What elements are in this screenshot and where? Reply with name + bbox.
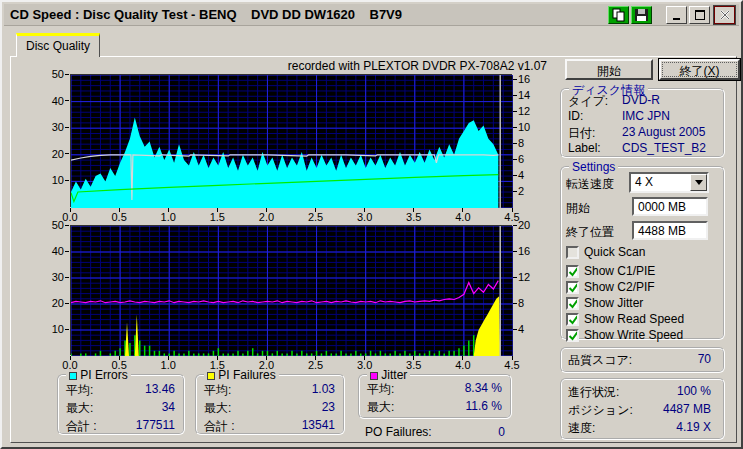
check-icon [568, 266, 577, 277]
po-failures-label: PO Failures: [365, 425, 432, 439]
x-axis-label: 2.0 [252, 211, 280, 223]
speed-dropdown-value: 4 X [635, 175, 653, 189]
x-axis-tick [315, 356, 316, 360]
app-window: CD Speed : Disc Quality Test - BENQ DVD … [0, 0, 743, 449]
scan-start-input[interactable]: 0000 MB [632, 197, 708, 216]
pi-errors-graph [70, 74, 512, 207]
checkbox-label-show-write-speed: Show Write Speed [584, 328, 683, 342]
po-failures-value: 0 [462, 425, 505, 439]
x-axis-label: 2.5 [302, 359, 330, 371]
x-axis-label: 0.5 [105, 359, 133, 371]
x-axis-tick [462, 356, 463, 360]
checkbox-label-quick-scan: Quick Scan [584, 245, 645, 259]
jitter-color-swatch [370, 372, 378, 380]
y-axis-left-tick [65, 153, 69, 154]
y-axis-left-tick [65, 100, 69, 101]
disc-info-group: ディスク情報 タイプ: DVD-R ID: IMC JPN 日付: 23 Aug… [560, 88, 725, 158]
x-axis-label: 1.5 [203, 211, 231, 223]
x-axis-tick [70, 356, 71, 360]
x-axis-tick [413, 208, 414, 212]
pi-errors-max-label: 最大: [66, 400, 93, 417]
checkbox-box-show-c1-pie[interactable] [566, 265, 579, 278]
checkbox-quick-scan[interactable]: Quick Scan [566, 245, 645, 259]
disc-id-label: ID: [568, 109, 583, 123]
jitter-max-value: 11.6 % [466, 399, 502, 413]
y-axis-right-tick [513, 251, 517, 252]
y-axis-right-tick [513, 111, 517, 112]
tab-disc-quality[interactable]: Disc Quality [16, 33, 100, 57]
start-button[interactable]: 開始 [565, 59, 653, 80]
pi-failures-max-value: 23 [322, 400, 335, 414]
checkbox-box-show-write-speed[interactable] [566, 329, 579, 342]
x-axis-label: 3.5 [400, 211, 428, 223]
x-axis-tick [315, 208, 316, 212]
disc-type-value: DVD-R [622, 93, 660, 107]
y-axis-right-label: 16 [518, 245, 544, 257]
checkbox-box-show-jitter[interactable] [566, 297, 579, 310]
x-axis-tick [462, 208, 463, 212]
jitter-max-label: 最大: [367, 399, 394, 416]
y-axis-right-tick [513, 143, 517, 144]
copy-button[interactable] [608, 6, 629, 24]
save-button[interactable] [631, 6, 652, 24]
position-label: ポジション: [568, 402, 633, 419]
y-axis-left-label: 50 [36, 68, 64, 80]
x-axis-tick [413, 356, 414, 360]
y-axis-right-label: 8 [518, 297, 544, 309]
y-axis-right-tick [513, 159, 517, 160]
tab-label: Disc Quality [26, 39, 90, 53]
exit-button[interactable]: 終了(X) [659, 59, 740, 80]
checkbox-box-show-c2-pif[interactable] [566, 281, 579, 294]
progress-value: 100 % [677, 384, 711, 398]
y-axis-right-label: 2 [518, 185, 544, 197]
y-axis-right-tick [513, 329, 517, 330]
x-axis-tick [168, 356, 169, 360]
quality-score-value: 70 [698, 352, 711, 366]
close-button[interactable] [714, 6, 735, 24]
y-axis-left-tick [65, 180, 69, 181]
check-icon [568, 298, 577, 309]
speed-dropdown[interactable]: 4 X [629, 172, 709, 193]
x-axis-tick [168, 208, 169, 212]
x-axis-label: 2.5 [302, 211, 330, 223]
y-axis-right-tick [513, 175, 517, 176]
checkbox-show-jitter[interactable]: Show Jitter [566, 296, 643, 310]
pi-errors-total-value: 177511 [136, 418, 175, 432]
speed-dropdown-button[interactable] [690, 174, 707, 191]
checkbox-show-c1-pie[interactable]: Show C1/PIE [566, 264, 655, 278]
pi-errors-stats-box: PI Errors 平均: 13.46 最大: 34 合計 : 177511 [57, 374, 185, 435]
x-axis-tick [512, 356, 513, 360]
scan-end-label: 終了位置 [566, 224, 614, 241]
quality-score-group: 品質スコア: 70 [560, 347, 725, 373]
x-axis-label: 3.0 [351, 211, 379, 223]
checkbox-box-quick-scan[interactable] [566, 246, 579, 259]
minimize-button[interactable] [666, 6, 687, 24]
checkbox-box-show-read-speed[interactable] [566, 313, 579, 326]
check-icon [568, 282, 577, 293]
pi-failures-avg-label: 平均: [204, 382, 231, 399]
y-axis-left-label: 40 [36, 95, 64, 107]
y-axis-right-label: 10 [518, 121, 544, 133]
position-value: 4487 MB [663, 402, 711, 416]
progress-label: 進行状況: [568, 384, 619, 401]
checkbox-show-read-speed[interactable]: Show Read Speed [566, 312, 684, 326]
pi-errors-color-swatch [69, 372, 77, 380]
y-axis-left-label: 10 [36, 174, 64, 186]
x-axis-tick [119, 356, 120, 360]
checkbox-show-write-speed[interactable]: Show Write Speed [566, 328, 683, 342]
x-axis-label: 1.0 [154, 359, 182, 371]
disc-date-value: 23 August 2005 [622, 125, 705, 139]
titlebar: CD Speed : Disc Quality Test - BENQ DVD … [4, 4, 739, 26]
maximize-button[interactable] [689, 6, 710, 24]
pi-failures-max-label: 最大: [204, 400, 231, 417]
y-axis-left-tick [65, 329, 69, 330]
speed-label: 転送速度 [566, 176, 614, 193]
y-axis-left-label: 30 [36, 271, 64, 283]
start-button-label: 開始 [597, 64, 621, 78]
exit-button-focus-rect [662, 62, 737, 77]
scan-end-input[interactable]: 4488 MB [632, 221, 708, 240]
checkbox-show-c2-pif[interactable]: Show C2/PIF [566, 280, 655, 294]
x-axis-label: 4.0 [449, 359, 477, 371]
pi-failures-color-swatch [207, 372, 215, 380]
scan-start-label: 開始 [566, 200, 590, 217]
